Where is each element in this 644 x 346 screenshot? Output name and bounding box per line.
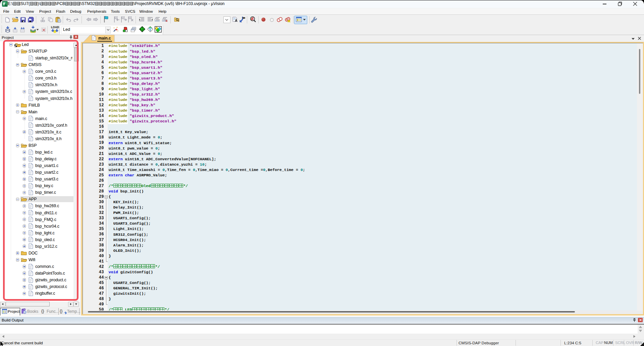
svg-text:?: ?	[24, 311, 26, 314]
